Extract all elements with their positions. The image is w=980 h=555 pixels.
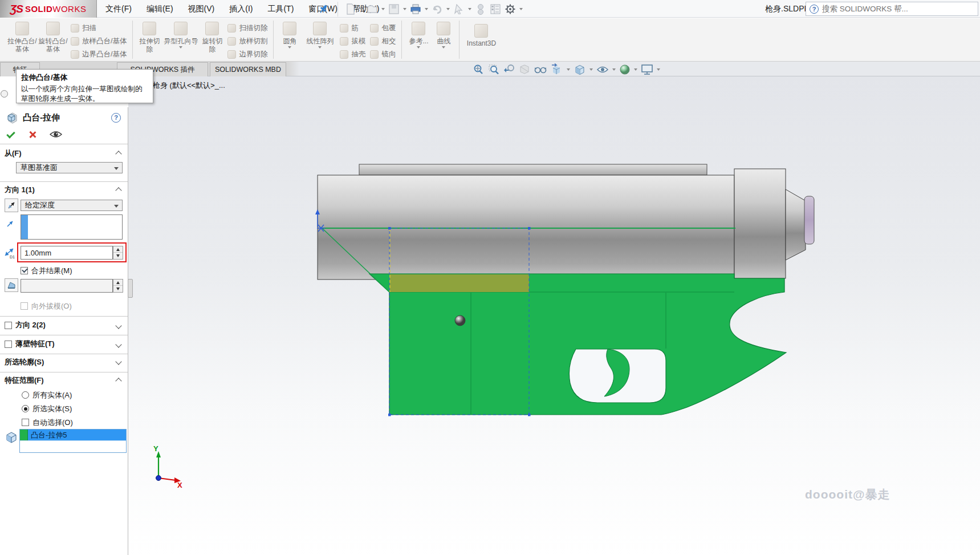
from-combo[interactable]: 草图基准面	[16, 162, 123, 173]
curves-dropdown[interactable]	[442, 46, 445, 48]
depth-spinner[interactable]	[113, 246, 123, 260]
scope-selected-item[interactable]: 凸台-拉伸5	[20, 430, 126, 441]
display-style-dropdown[interactable]	[588, 63, 594, 76]
apply-scene-icon[interactable]	[639, 62, 655, 77]
section-view-icon[interactable]	[517, 62, 532, 77]
menu-edit[interactable]: 编辑(E)	[139, 0, 181, 18]
graphics-area[interactable]: Y X dooooit@暴走	[128, 76, 980, 555]
scene-dropdown[interactable]	[656, 63, 661, 76]
ok-button[interactable]	[6, 129, 15, 139]
extruded-cut-button[interactable]: 拉伸切除	[136, 19, 162, 53]
new-document-icon[interactable]	[344, 2, 357, 16]
lofted-cut-button[interactable]: 放样切割	[225, 35, 270, 48]
curves-button[interactable]: 曲线	[432, 19, 456, 48]
pin-menu-icon[interactable]	[317, 3, 330, 15]
collapse-scope-icon[interactable]	[115, 378, 121, 384]
expand-direction2-icon[interactable]	[115, 322, 121, 329]
view-orientation-icon[interactable]	[549, 62, 565, 77]
zoom-to-area-icon[interactable]	[486, 62, 501, 77]
collapse-direction1-icon[interactable]	[115, 187, 121, 193]
section-selected-contours[interactable]: 所选轮廓(S)	[0, 357, 128, 367]
select-cursor-icon[interactable]	[452, 2, 466, 16]
lofted-boss-button[interactable]: 放样凸台/基体	[68, 35, 129, 48]
flyout-tree-icon[interactable]	[1, 90, 8, 98]
cancel-button[interactable]	[29, 131, 36, 138]
reference-dropdown[interactable]	[417, 46, 420, 48]
menu-tools[interactable]: 工具(T)	[260, 0, 301, 18]
scope-auto-select-option[interactable]: 自动选择(O)	[0, 418, 128, 427]
linear-pattern-dropdown[interactable]	[318, 46, 322, 48]
wrap-button[interactable]: 包覆	[368, 22, 398, 35]
slide-body[interactable]	[318, 175, 734, 279]
view-sketch-annotations-icon[interactable]	[532, 62, 548, 77]
search-input[interactable]	[822, 5, 965, 13]
options-gear-icon[interactable]	[503, 2, 517, 16]
menu-file[interactable]: 文件(F)	[98, 0, 139, 18]
reference-geometry-button[interactable]: 参考...	[405, 19, 432, 48]
mirror-button[interactable]: 镜向	[368, 48, 398, 61]
feature-tree-root[interactable]: 枪身 (默认<<默认>_...	[153, 80, 225, 91]
scope-bodies-list[interactable]: 凸台-拉伸5	[19, 429, 127, 453]
direction-selection-box[interactable]	[21, 214, 123, 240]
section-feature-scope[interactable]: 特征范围(F)	[0, 375, 128, 386]
edit-appearance-icon[interactable]	[617, 62, 632, 77]
undo-dropdown[interactable]	[445, 2, 451, 16]
fillet-button[interactable]: 圆角	[277, 19, 302, 48]
section-thin-feature[interactable]: 薄壁特征(T)	[0, 338, 128, 350]
muzzle-block[interactable]	[734, 169, 786, 278]
pin-sphere[interactable]	[455, 315, 465, 326]
menu-insert[interactable]: 插入(I)	[222, 0, 260, 18]
boundary-cut-button[interactable]: 边界切除	[225, 48, 270, 61]
select-dropdown[interactable]	[467, 2, 473, 16]
pm-help-icon[interactable]: ?	[111, 113, 121, 123]
hole-wizard-dropdown[interactable]	[179, 46, 182, 48]
new-document-dropdown[interactable]	[359, 2, 364, 16]
shell-button[interactable]: 抽壳	[337, 48, 368, 61]
extruded-boss-button[interactable]: 拉伸凸台/基体	[7, 19, 38, 53]
muzzle-taper[interactable]	[786, 189, 806, 260]
undo-icon[interactable]	[430, 2, 444, 16]
print-icon[interactable]	[409, 2, 422, 16]
hole-wizard-button[interactable]: 异型孔向导	[162, 19, 199, 48]
all-bodies-radio[interactable]	[22, 391, 29, 399]
boundary-boss-button[interactable]: 边界凸台/基体	[68, 48, 129, 61]
open-document-icon[interactable]	[365, 2, 379, 16]
open-dropdown[interactable]	[380, 2, 386, 16]
end-condition-combo[interactable]: 给定深度	[21, 200, 123, 211]
thin-feature-checkbox[interactable]	[5, 341, 12, 348]
previous-view-icon[interactable]	[502, 62, 517, 77]
preview-eye-button[interactable]	[50, 130, 62, 139]
fillet-dropdown[interactable]	[288, 46, 291, 48]
section-direction1[interactable]: 方向 1(1)	[0, 185, 128, 195]
linear-pattern-button[interactable]: 线性阵列	[302, 19, 337, 48]
intersect-button[interactable]: 相交	[368, 35, 398, 48]
help-icon[interactable]: ?	[810, 5, 819, 14]
selected-bodies-radio[interactable]	[22, 405, 29, 412]
zoom-to-fit-icon[interactable]	[471, 62, 486, 77]
draft-angle-spinner[interactable]	[113, 279, 123, 293]
draft-angle-input[interactable]	[21, 279, 113, 293]
instant3d-button[interactable]: Instant3D	[463, 19, 499, 47]
revolved-boss-button[interactable]: 旋转凸台/基体	[38, 19, 68, 53]
display-style-icon[interactable]	[572, 62, 588, 77]
scope-selected-bodies-option[interactable]: 所选实体(S)	[0, 404, 128, 414]
magnetic-lines-icon[interactable]	[474, 2, 487, 16]
expand-contours-icon[interactable]	[115, 358, 121, 364]
depth-input[interactable]: 1.00mm	[21, 246, 113, 260]
menu-view[interactable]: 视图(V)	[181, 0, 222, 18]
merge-result-option[interactable]: 合并结果(M)	[0, 266, 128, 276]
hide-show-dropdown[interactable]	[611, 63, 617, 76]
panel-splitter-handle[interactable]	[128, 279, 133, 298]
direction2-checkbox[interactable]	[5, 322, 12, 329]
expand-thin-icon[interactable]	[115, 341, 121, 347]
save-icon[interactable]	[387, 2, 401, 16]
search-box[interactable]: ?	[806, 2, 978, 16]
collapse-from-icon[interactable]	[115, 151, 121, 157]
scope-all-bodies-option[interactable]: 所有实体(A)	[0, 390, 128, 400]
muzzle-cap[interactable]	[804, 196, 814, 244]
save-dropdown[interactable]	[402, 2, 408, 16]
rib-button[interactable]: 筋	[337, 22, 368, 35]
section-from[interactable]: 从(F)	[0, 148, 128, 159]
options-dropdown[interactable]	[518, 2, 524, 16]
appearance-dropdown[interactable]	[633, 63, 639, 76]
